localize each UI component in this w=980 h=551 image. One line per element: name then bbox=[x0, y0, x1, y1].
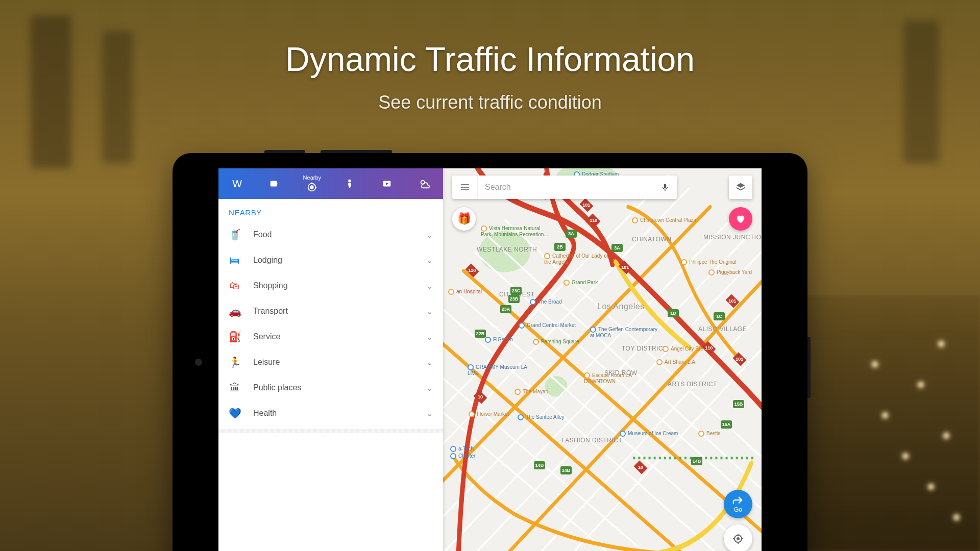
map-poi-label[interactable]: Chinatown Central Plaza bbox=[632, 217, 696, 223]
wiki-icon: W bbox=[232, 178, 243, 189]
category-item-food[interactable]: 🥤Food⌄ bbox=[218, 222, 443, 247]
route-shield: 23B bbox=[508, 295, 520, 303]
heart-icon bbox=[735, 213, 746, 224]
map-district-label: TOY DISTRICT bbox=[622, 345, 667, 352]
gift-icon: 🎁 bbox=[457, 212, 471, 226]
map-poi-label[interactable]: Museum of Ice Cream bbox=[620, 431, 678, 437]
mic-icon bbox=[660, 183, 670, 192]
route-shield: 23A bbox=[500, 305, 511, 313]
search-bar bbox=[452, 176, 677, 199]
route-shield: 14B bbox=[560, 466, 572, 474]
category-label: Food bbox=[253, 230, 426, 239]
map-district-label: CHINATOWN bbox=[632, 236, 671, 243]
route-shield: 14B bbox=[534, 461, 545, 469]
streetview-icon bbox=[344, 178, 355, 189]
category-item-lodging[interactable]: 🛏Lodging⌄ bbox=[218, 247, 443, 273]
map-poi-label[interactable]: The Mayan bbox=[514, 389, 548, 395]
route-shield: 3A bbox=[611, 244, 623, 252]
svg-point-5 bbox=[348, 180, 351, 183]
map-district-label: MISSION JUNCTION bbox=[703, 234, 762, 241]
route-shield: 15A bbox=[721, 420, 732, 429]
transport-icon: 🚗 bbox=[228, 304, 242, 318]
route-shield: 1D bbox=[668, 309, 679, 317]
map-poi-label[interactable]: Flower Market bbox=[469, 411, 509, 417]
route-shield: 23C bbox=[510, 287, 522, 295]
tab-wiki[interactable]: W bbox=[218, 168, 256, 199]
map-poi-label[interactable]: Art Share L.A. bbox=[656, 359, 697, 365]
voice-search-button[interactable] bbox=[653, 176, 677, 199]
map-panel[interactable]: HEIGHTSWESTLAKE NORTHCHINATOWNMISSION JU… bbox=[443, 168, 762, 551]
tab-nearby-label: Nearby bbox=[303, 174, 321, 181]
tablet-bezel: W Nearby bbox=[173, 153, 807, 551]
svg-point-38 bbox=[737, 538, 739, 540]
stage: Dynamic Traffic Information See current … bbox=[0, 0, 980, 551]
favorite-button[interactable] bbox=[729, 207, 752, 231]
nearby-icon bbox=[306, 182, 317, 193]
category-label: Service bbox=[253, 332, 426, 341]
left-panel: W Nearby bbox=[218, 168, 443, 551]
tab-video[interactable] bbox=[368, 168, 405, 199]
category-item-leisure[interactable]: 🏃Leisure⌄ bbox=[218, 349, 443, 375]
chevron-down-icon: ⌄ bbox=[426, 256, 433, 265]
section-header-nearby: NEARBY bbox=[218, 199, 443, 222]
category-item-transport[interactable]: 🚗Transport⌄ bbox=[218, 298, 443, 324]
map-poi-label[interactable]: Grand Central Market bbox=[519, 322, 576, 329]
directions-icon bbox=[732, 495, 744, 506]
route-shield: 3A bbox=[566, 230, 577, 238]
map-district-label: WESTLAKE NORTH bbox=[477, 246, 537, 253]
tablet-side-button bbox=[807, 337, 811, 398]
food-icon: 🥤 bbox=[228, 228, 242, 242]
shopping-icon: 🛍 bbox=[228, 279, 242, 293]
map-poi-label[interactable]: Vista Hermosa Natural Park, Mountains Re… bbox=[481, 226, 552, 237]
go-label: Go bbox=[734, 506, 742, 513]
map-poi-label[interactable]: Charter bbox=[450, 453, 475, 459]
map-poi-label[interactable]: Piggyback Yard bbox=[708, 269, 752, 276]
category-item-public-places[interactable]: 🏛Public places⌄ bbox=[218, 375, 443, 400]
route-shield: 22B bbox=[475, 330, 486, 338]
category-label: Lodging bbox=[253, 256, 426, 265]
category-item-health[interactable]: 💙Health⌄ bbox=[218, 400, 443, 426]
map-poi-label[interactable]: Escape Room LA DOWNTOWN bbox=[584, 372, 655, 384]
route-shield: 15B bbox=[733, 400, 744, 408]
map-poi-label[interactable]: Bestia bbox=[698, 431, 721, 437]
category-item-shopping[interactable]: 🛍Shopping⌄ bbox=[218, 273, 443, 298]
tab-weather[interactable] bbox=[406, 168, 443, 199]
chevron-down-icon: ⌄ bbox=[426, 332, 433, 342]
tab-camera[interactable] bbox=[256, 168, 293, 199]
layers-button[interactable] bbox=[729, 176, 752, 199]
lodging-icon: 🛏 bbox=[228, 253, 242, 267]
map-district-label: Los Angeles bbox=[597, 302, 645, 311]
map-poi-label[interactable]: Pershing Square bbox=[533, 339, 579, 345]
search-input[interactable] bbox=[478, 183, 653, 192]
tablet-volume-button bbox=[321, 150, 392, 153]
map-poi-label[interactable]: Grand Park bbox=[564, 280, 598, 286]
map-poi-label[interactable]: an Hospital bbox=[448, 289, 482, 295]
chevron-down-icon: ⌄ bbox=[426, 358, 433, 367]
gift-button[interactable]: 🎁 bbox=[452, 207, 476, 231]
map-poi-label[interactable]: The Geffen Contemporary at MOCA bbox=[590, 327, 662, 338]
map-poi-label[interactable]: The Santee Alley bbox=[518, 414, 565, 420]
go-button[interactable]: Go bbox=[724, 490, 752, 518]
category-item-service[interactable]: ⛽Service⌄ bbox=[218, 324, 443, 349]
route-shield: 14B bbox=[691, 457, 702, 465]
map-poi-label[interactable]: Cathedral of Our Lady of the Angels bbox=[544, 253, 616, 265]
tablet-camera bbox=[195, 359, 202, 366]
map-poi-label[interactable]: FIGat7th bbox=[485, 337, 513, 343]
category-list: 🥤Food⌄🛏Lodging⌄🛍Shopping⌄🚗Transport⌄⛽Ser… bbox=[218, 222, 443, 426]
top-tab-bar: W Nearby bbox=[218, 168, 443, 199]
tab-streetview[interactable] bbox=[331, 168, 368, 199]
leisure-icon: 🏃 bbox=[228, 355, 242, 369]
category-label: Shopping bbox=[253, 281, 426, 290]
map-poi-label[interactable]: a-Tech bbox=[450, 446, 474, 452]
map-poi-label[interactable]: Philippe The Original bbox=[681, 259, 737, 265]
health-icon: 💙 bbox=[228, 406, 242, 420]
map-poi-label[interactable]: The Broad bbox=[530, 299, 562, 305]
menu-button[interactable] bbox=[452, 176, 478, 199]
category-label: Health bbox=[253, 409, 426, 418]
tab-nearby[interactable]: Nearby bbox=[293, 168, 331, 199]
map-poi-label[interactable]: GRAMMY Museum LA LIVE bbox=[468, 364, 539, 376]
locate-button[interactable] bbox=[724, 524, 752, 551]
public-places-icon: 🏛 bbox=[228, 381, 242, 395]
layers-icon bbox=[735, 182, 746, 193]
chevron-down-icon: ⌄ bbox=[426, 230, 433, 240]
